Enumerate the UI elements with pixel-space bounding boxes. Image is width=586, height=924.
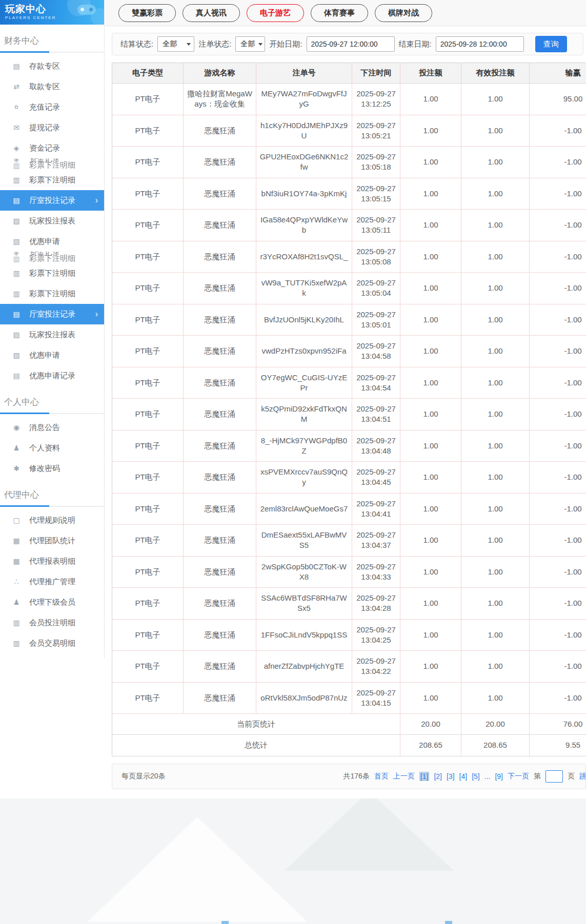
next-page-link[interactable]: 下一页 bbox=[508, 772, 529, 781]
sidebar-item-厅室投注记录[interactable]: ▤厅室投注记录› bbox=[0, 190, 104, 211]
start-date-label: 开始日期: bbox=[269, 39, 302, 49]
cell-time: 2025-09-27 13:04:15 bbox=[352, 683, 400, 714]
sidebar-item-label: 代理规则说明 bbox=[29, 516, 75, 525]
order-status-select[interactable]: 全部 bbox=[235, 36, 265, 52]
end-date-input[interactable] bbox=[436, 36, 524, 52]
share-icon: ∴ bbox=[11, 578, 22, 586]
page-link-3[interactable]: [3] bbox=[447, 772, 455, 781]
sidebar-item-代理推广管理[interactable]: ∴代理推广管理 bbox=[0, 571, 104, 592]
sidebar-item-会员投注明细[interactable]: ▥会员投注明细 bbox=[0, 612, 104, 633]
sidebar-item-存款专区[interactable]: ▤存款专区 bbox=[0, 56, 104, 76]
cell-valid-bet: 1.00 bbox=[461, 651, 530, 683]
tab-棋牌对战[interactable]: 棋牌对战 bbox=[375, 4, 432, 22]
sidebar-item-代理团队统计[interactable]: ▦代理团队统计 bbox=[0, 530, 104, 551]
sidebar-item-代理下级会员[interactable]: ♟代理下级会员 bbox=[0, 592, 104, 612]
page-link-2[interactable]: [2] bbox=[434, 772, 442, 781]
book-icon: ▦ bbox=[11, 557, 22, 565]
cell-bet: 1.00 bbox=[400, 304, 461, 336]
first-page-link[interactable]: 首页 bbox=[374, 772, 389, 781]
cell-game: 恶魔狂涌 bbox=[184, 115, 256, 147]
end-date-label: 结束日期: bbox=[399, 39, 432, 49]
cell-winloss: -1.00 bbox=[530, 210, 586, 241]
sidebar-item-厅室投注记录[interactable]: ▤厅室投注记录› bbox=[0, 304, 104, 324]
tab-雙赢彩票[interactable]: 雙赢彩票 bbox=[118, 4, 176, 22]
sidebar-item-彩票下注明细[interactable]: ▥彩票下注明细 bbox=[0, 170, 104, 190]
table-row: PT电子恶魔狂涌8_-HjMCk97YWGPdpfB0Z2025-09-27 1… bbox=[112, 430, 586, 462]
cell-bet: 1.00 bbox=[400, 178, 461, 210]
cell-order-id: h1cKy7H0DdJMEhPJXz9U bbox=[256, 115, 352, 147]
sidebar-item-代理报表明细[interactable]: ▦代理报表明细 bbox=[0, 551, 104, 571]
cell-type: PT电子 bbox=[112, 525, 184, 557]
cell-type: PT电子 bbox=[112, 557, 184, 588]
cell-type: PT电子 bbox=[112, 178, 184, 210]
cell-type: PT电子 bbox=[112, 651, 184, 683]
sidebar-item-玩家投注报表[interactable]: ▨玩家投注报表 bbox=[0, 324, 104, 345]
cell-type: PT电子 bbox=[112, 620, 184, 651]
sidebar-item-修改密码[interactable]: ✱修改密码 bbox=[0, 458, 104, 479]
sidebar-item-label: 个人资料 bbox=[29, 443, 60, 453]
cell-valid-bet: 1.00 bbox=[461, 525, 530, 557]
cell-type: PT电子 bbox=[112, 494, 184, 525]
cell-game: 恶魔狂涌 bbox=[184, 210, 256, 241]
sidebar-item-玩家投注报表[interactable]: ▨玩家投注报表 bbox=[0, 211, 104, 231]
cell-valid-bet: 1.00 bbox=[461, 147, 530, 178]
sidebar-item-彩票下注明细[interactable]: ▥彩票下注明细 bbox=[0, 263, 104, 283]
sidebar-item-label: 代理团队统计 bbox=[29, 536, 75, 546]
tab-体育赛事[interactable]: 体育赛事 bbox=[311, 4, 368, 22]
cell-game: 恶魔狂涌 bbox=[184, 367, 256, 399]
table-row: PT电子恶魔狂涌r3YcROXAf8H2t1svQSL_2025-09-27 1… bbox=[112, 241, 586, 273]
sidebar-item-label: 玩家投注报表 bbox=[29, 216, 75, 226]
filter-bar: 结算状态: 全部 注单状态: 全部 开始日期: 结束日期: 查询 bbox=[112, 33, 583, 55]
sidebar-item-取款专区[interactable]: ⇄取款专区 bbox=[0, 76, 104, 97]
page-link-4[interactable]: [4] bbox=[459, 772, 468, 781]
cell-order-id: SSAc6WBTdSF8RHa7WSx5 bbox=[256, 588, 352, 620]
jump-page-input[interactable] bbox=[545, 770, 563, 783]
cell-time: 2025-09-27 13:05:11 bbox=[352, 210, 400, 241]
order-status-value: 全部 bbox=[240, 39, 255, 49]
sidebar-item-优惠申请[interactable]: ▧优惠申请 bbox=[0, 231, 104, 252]
cell-winloss: -1.00 bbox=[530, 336, 586, 367]
prev-page-link[interactable]: 上一页 bbox=[393, 772, 415, 781]
sidebar-item-label: 存款专区 bbox=[29, 61, 60, 71]
sidebar-item-充值记录[interactable]: ¤充值记录 bbox=[0, 97, 104, 117]
sidebar-item-个人资料[interactable]: ♟个人资料 bbox=[0, 438, 104, 458]
list-icon: ▥ bbox=[11, 176, 22, 184]
cell-winloss: -1.00 bbox=[530, 304, 586, 336]
coupon-icon: ▧ bbox=[11, 237, 22, 245]
sidebar-item-消息公告[interactable]: ◉消息公告 bbox=[0, 417, 104, 438]
cell-time: 2025-09-27 13:05:21 bbox=[352, 115, 400, 147]
jump-button[interactable]: 跳转 bbox=[579, 772, 586, 781]
cell-bet: 1.00 bbox=[400, 115, 461, 147]
total-stats-winloss: 9.55 bbox=[530, 735, 586, 756]
start-date-input[interactable] bbox=[307, 36, 395, 52]
sidebar-item-优惠申请[interactable]: ▧优惠申请 bbox=[0, 345, 104, 365]
sidebar-item-label: 代理推广管理 bbox=[29, 577, 75, 587]
cell-bet: 1.00 bbox=[400, 683, 461, 714]
page-link-5[interactable]: [5] bbox=[472, 772, 480, 781]
table-row: PT电子恶魔狂涌2eml83rclAwQueMoeGs72025-09-27 1… bbox=[112, 494, 586, 525]
sidebar-item-提现记录[interactable]: ✉提现记录 bbox=[0, 117, 104, 138]
cell-time: 2025-09-27 13:04:25 bbox=[352, 620, 400, 651]
gear-icon: ✱ bbox=[11, 464, 22, 473]
cell-time: 2025-09-27 13:04:58 bbox=[352, 336, 400, 367]
book-icon: ▦ bbox=[11, 537, 22, 545]
tab-电子游艺[interactable]: 电子游艺 bbox=[247, 4, 304, 22]
cell-bet: 1.00 bbox=[400, 430, 461, 462]
sidebar-item-label: 彩票下注明细 bbox=[29, 175, 75, 185]
listcheck-icon: ▤ bbox=[11, 372, 22, 380]
sidebar-item-资金记录[interactable]: ◈资金记录 bbox=[0, 138, 104, 158]
list-icon: ▥ bbox=[11, 255, 22, 263]
cell-type: PT电子 bbox=[112, 115, 184, 147]
sidebar-item-label: 优惠申请 bbox=[29, 351, 60, 360]
cell-valid-bet: 1.00 bbox=[461, 494, 530, 525]
sidebar-item-优惠申请记录[interactable]: ▤优惠申请记录 bbox=[0, 365, 104, 386]
query-button[interactable]: 查询 bbox=[535, 36, 567, 52]
page-link-1[interactable]: [1] bbox=[419, 772, 430, 781]
page-link-9[interactable]: [9] bbox=[495, 772, 503, 781]
tab-真人视讯[interactable]: 真人视讯 bbox=[183, 4, 240, 22]
sidebar-item-会员交易明细[interactable]: ▥会员交易明细 bbox=[0, 633, 104, 653]
settle-status-select[interactable]: 全部 bbox=[157, 36, 194, 52]
sidebar-item-代理规则说明[interactable]: ▢代理规则说明 bbox=[0, 510, 104, 530]
cell-bet: 1.00 bbox=[400, 241, 461, 273]
sidebar-item-彩票下注明细[interactable]: ▥彩票下注明细 bbox=[0, 283, 104, 304]
